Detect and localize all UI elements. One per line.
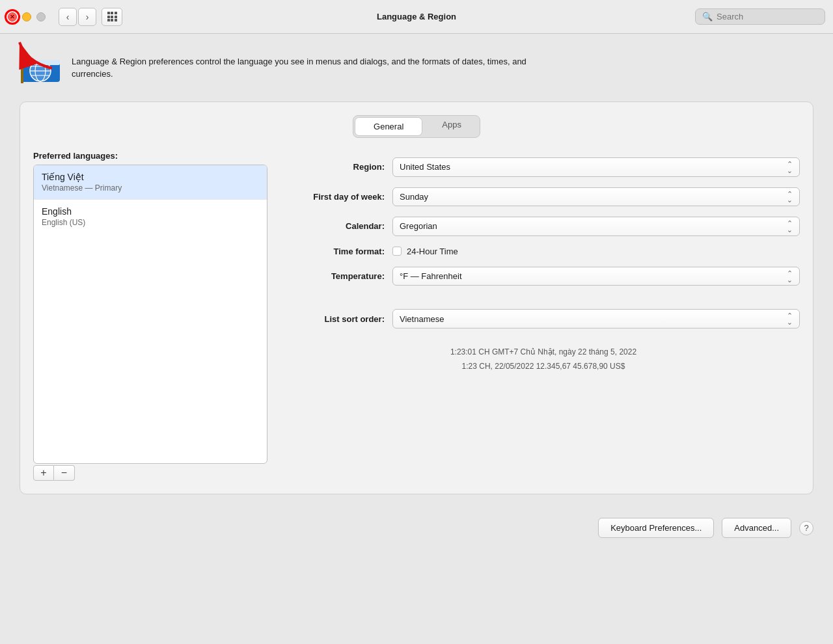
svg-rect-7 xyxy=(21,60,60,65)
search-box[interactable]: 🔍 xyxy=(695,8,825,25)
temperature-label: Temperature: xyxy=(287,271,385,281)
temperature-value: °F — Fahrenheit xyxy=(400,271,462,281)
titlebar: ✕ ‹ › Language & Region 🔍 xyxy=(0,0,833,34)
window-title: Language & Region xyxy=(377,12,456,21)
tabs-container: General Apps xyxy=(33,115,800,138)
time-format-label: Time format: xyxy=(287,247,385,256)
lang-subtitle: Vietnamese — Primary xyxy=(42,183,259,193)
list-sort-value: Vietnamese xyxy=(400,314,444,324)
list-sort-label: List sort order: xyxy=(287,314,385,324)
app-icon xyxy=(20,47,61,88)
fullscreen-button[interactable] xyxy=(36,12,46,21)
search-icon: 🔍 xyxy=(702,12,713,21)
list-sort-dropdown[interactable]: Vietnamese ⌃⌃ xyxy=(392,309,800,329)
tab-general[interactable]: General xyxy=(355,117,422,136)
first-day-row: First day of week: Sunday ⌃⌃ xyxy=(287,187,800,207)
languages-controls: + − xyxy=(33,465,267,481)
first-day-dropdown[interactable]: Sunday ⌃⌃ xyxy=(392,187,800,207)
chevron-updown-icon: ⌃⌃ xyxy=(787,313,793,325)
calendar-label: Calendar: xyxy=(287,221,385,231)
svg-rect-8 xyxy=(21,53,23,83)
back-button[interactable]: ‹ xyxy=(59,8,77,26)
first-day-value: Sunday xyxy=(400,192,428,202)
lang-subtitle: English (US) xyxy=(42,218,259,227)
chevron-updown-icon: ⌃⌃ xyxy=(787,221,793,232)
grid-button[interactable] xyxy=(102,8,122,26)
calendar-dropdown[interactable]: Gregorian ⌃⌃ xyxy=(392,217,800,236)
search-input[interactable] xyxy=(717,12,818,21)
preview-line1: 1:23:01 CH GMT+7 Chủ Nhật, ngày 22 tháng… xyxy=(287,345,800,360)
chevron-updown-icon: ⌃⌃ xyxy=(787,271,793,282)
close-button[interactable]: ✕ xyxy=(8,12,17,21)
calendar-value: Gregorian xyxy=(400,221,437,231)
tabs: General Apps xyxy=(353,115,480,138)
region-label: Region: xyxy=(287,162,385,172)
list-item[interactable]: English English (US) xyxy=(34,200,267,234)
lang-name: English xyxy=(42,206,259,217)
region-row: Region: United States ⌃⌃ xyxy=(287,157,800,177)
nav-buttons: ‹ › xyxy=(59,8,96,26)
bottom-bar: Keyboard Preferences... Advanced... ? xyxy=(0,507,833,548)
calendar-row: Calendar: Gregorian ⌃⌃ xyxy=(287,217,800,236)
languages-label: Preferred languages: xyxy=(33,151,267,161)
24hour-label: 24-Hour Time xyxy=(407,247,458,256)
chevron-updown-icon: ⌃⌃ xyxy=(787,161,793,173)
time-format-checkbox-row: 24-Hour Time xyxy=(392,247,458,256)
settings-panel: General Apps Preferred languages: Tiếng … xyxy=(20,101,813,494)
region-value: United States xyxy=(400,162,450,172)
chevron-updown-icon: ⌃⌃ xyxy=(787,191,793,203)
grid-icon xyxy=(107,12,117,21)
list-item[interactable]: Tiếng Việt Vietnamese — Primary xyxy=(34,165,267,200)
preview-text: 1:23:01 CH GMT+7 Chủ Nhật, ngày 22 tháng… xyxy=(287,345,800,373)
app-description: Language & Region preferences control th… xyxy=(72,55,527,81)
main-content: Language & Region preferences control th… xyxy=(0,34,833,507)
advanced-button[interactable]: Advanced... xyxy=(722,518,791,538)
help-button[interactable]: ? xyxy=(799,521,813,535)
keyboard-preferences-button[interactable]: Keyboard Preferences... xyxy=(598,518,714,538)
minimize-button[interactable] xyxy=(22,12,31,21)
add-language-button[interactable]: + xyxy=(33,465,54,481)
forward-button[interactable]: › xyxy=(78,8,96,26)
lang-name: Tiếng Việt xyxy=(42,172,259,182)
list-sort-row: List sort order: Vietnamese ⌃⌃ xyxy=(287,309,800,329)
temperature-dropdown[interactable]: °F — Fahrenheit ⌃⌃ xyxy=(392,267,800,286)
window-controls: ✕ xyxy=(8,12,46,21)
remove-language-button[interactable]: − xyxy=(54,465,75,481)
languages-panel: Preferred languages: Tiếng Việt Vietname… xyxy=(33,151,267,481)
right-settings: Region: United States ⌃⌃ First day of we… xyxy=(287,151,800,481)
temperature-row: Temperature: °F — Fahrenheit ⌃⌃ xyxy=(287,267,800,286)
tab-apps[interactable]: Apps xyxy=(424,116,480,137)
region-dropdown[interactable]: United States ⌃⌃ xyxy=(392,157,800,177)
first-day-label: First day of week: xyxy=(287,192,385,202)
languages-list: Tiếng Việt Vietnamese — Primary English … xyxy=(33,165,267,464)
app-header: Language & Region preferences control th… xyxy=(20,47,813,88)
time-format-row: Time format: 24-Hour Time xyxy=(287,247,800,256)
preview-line2: 1:23 CH, 22/05/2022 12.345,67 45.678,90 … xyxy=(287,360,800,374)
content-area: Preferred languages: Tiếng Việt Vietname… xyxy=(33,151,800,481)
24hour-checkbox[interactable] xyxy=(392,247,402,256)
